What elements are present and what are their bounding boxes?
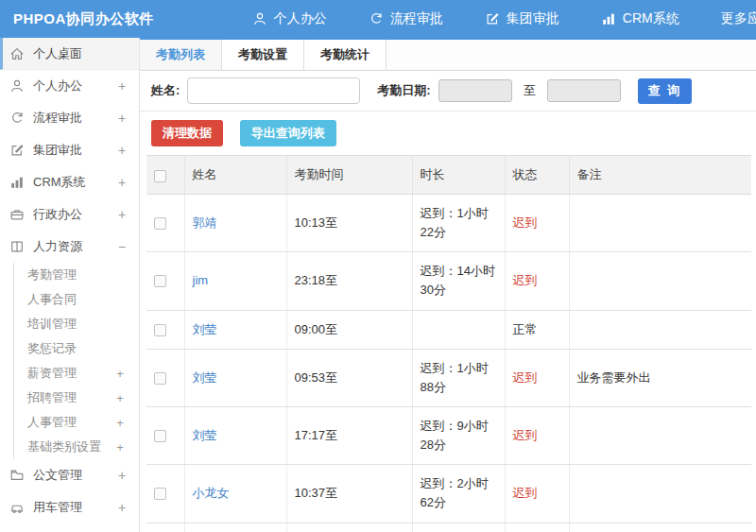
- date-to-input[interactable]: [547, 79, 621, 102]
- attendance-time: 10:13至: [286, 195, 412, 252]
- sidebar-item-admin-office[interactable]: 行政办公+: [0, 198, 139, 231]
- sidebar-item-personal-office[interactable]: 个人办公+: [0, 70, 139, 102]
- car-icon: [9, 500, 25, 515]
- nav-item-workflow-approval[interactable]: 流程审批: [369, 10, 443, 27]
- column-header: 考勤时间: [286, 156, 412, 195]
- duration: 迟到：14小时30分: [412, 252, 505, 310]
- date-from-input[interactable]: [438, 79, 512, 102]
- expand-icon[interactable]: +: [116, 78, 128, 94]
- nav-item-crm-system[interactable]: CRM系统: [601, 10, 679, 27]
- remark: [569, 406, 751, 464]
- row-checkbox[interactable]: [154, 372, 166, 385]
- employee-name-link[interactable]: 刘莹: [193, 370, 217, 385]
- column-header: 备注: [569, 156, 751, 195]
- attendance-time: 17:17至: [286, 406, 412, 464]
- tab-attendance-stats[interactable]: 考勤统计: [304, 40, 387, 70]
- sidebar-subitem-reward-punish[interactable]: 奖惩记录: [14, 336, 139, 361]
- expand-icon[interactable]: +: [116, 500, 128, 515]
- remark: 业务需要外出: [569, 349, 751, 406]
- action-bar: 清理数据 导出查询列表: [140, 112, 756, 155]
- sidebar-item-vehicle-mgmt[interactable]: 用车管理+: [0, 491, 139, 523]
- expand-icon[interactable]: +: [114, 367, 126, 381]
- flow-icon: [9, 111, 25, 126]
- table-row: 郭靖10:13至迟到：1小时22分迟到: [146, 195, 751, 252]
- employee-name-link[interactable]: 刘莹: [193, 322, 217, 336]
- sidebar-item-workflow-approval[interactable]: 流程审批+: [0, 102, 139, 134]
- search-button[interactable]: 查 询: [638, 78, 693, 104]
- expand-icon[interactable]: +: [114, 416, 126, 430]
- sidebar-item-crm-system[interactable]: CRM系统+: [0, 166, 139, 198]
- attendance-time: 23:18至: [286, 252, 412, 310]
- employee-name-link[interactable]: jim: [193, 273, 209, 287]
- export-list-button[interactable]: 导出查询列表: [240, 120, 336, 146]
- duration: [412, 310, 505, 349]
- sidebar-item-group-approval[interactable]: 集团审批+: [0, 134, 139, 166]
- clean-data-button[interactable]: 清理数据: [151, 120, 223, 146]
- select-all-checkbox[interactable]: [154, 170, 166, 182]
- remark: [569, 465, 751, 523]
- tab-attendance-list[interactable]: 考勤列表: [140, 40, 222, 70]
- sidebar-item-personal-desktop[interactable]: 个人桌面: [0, 38, 139, 70]
- expand-icon[interactable]: +: [116, 111, 128, 126]
- tab-bar: 考勤列表考勤设置考勤统计: [140, 38, 756, 71]
- duration-line: 迟到：2小时62分: [421, 474, 497, 512]
- book-icon: [9, 239, 25, 254]
- expand-icon[interactable]: +: [116, 143, 128, 158]
- duration: 迟到：1小时88分: [412, 349, 505, 406]
- sidebar-subitem-salary-mgmt[interactable]: 薪资管理+: [14, 361, 139, 386]
- employee-name-link[interactable]: 小龙女: [193, 486, 230, 500]
- sidebar-item-human-resources[interactable]: 人力资源−: [0, 231, 139, 263]
- sidebar-subitem-label: 培训管理: [27, 316, 126, 333]
- sidebar-item-label: 流程审批: [33, 110, 116, 127]
- sidebar-subitem-base-category[interactable]: 基础类别设置+: [14, 435, 139, 459]
- nav-item-group-approval[interactable]: 集团审批: [485, 10, 559, 27]
- sidebar-subitem-hr-contract[interactable]: 人事合同: [14, 287, 139, 312]
- sidebar-item-label: 个人办公: [33, 77, 116, 94]
- name-filter-label: 姓名:: [151, 82, 180, 99]
- column-header: 时长: [412, 156, 505, 195]
- sidebar-subitem-label: 基础类别设置: [27, 438, 114, 455]
- nav-item-more-apps[interactable]: 更多应用▼: [721, 10, 756, 27]
- sidebar-subitem-training-mgmt[interactable]: 培训管理: [14, 312, 139, 336]
- sidebar-subitem-attendance-mgmt[interactable]: 考勤管理: [14, 263, 139, 287]
- expand-icon[interactable]: +: [114, 391, 126, 405]
- expand-icon[interactable]: +: [116, 175, 128, 190]
- tab-attendance-settings[interactable]: 考勤设置: [222, 40, 304, 70]
- top-nav: 个人办公流程审批集团审批CRM系统更多应用▼: [252, 10, 756, 27]
- nav-item-label: 流程审批: [390, 10, 443, 27]
- sidebar-subitem-personnel-mgmt[interactable]: 人事管理+: [14, 410, 139, 435]
- collapse-icon[interactable]: −: [116, 239, 128, 254]
- edit-icon: [485, 11, 500, 26]
- nav-item-personal-office[interactable]: 个人办公: [252, 10, 327, 27]
- chart-icon: [601, 11, 616, 26]
- employee-name-link[interactable]: 刘莹: [193, 428, 217, 442]
- sidebar-item-label: 公文管理: [33, 467, 116, 484]
- duration: 迟到：9小时28分: [412, 406, 505, 464]
- row-checkbox[interactable]: [154, 217, 166, 230]
- sidebar-subitem-label: 薪资管理: [27, 365, 114, 382]
- sidebar-item-doc-mgmt[interactable]: 公文管理+: [0, 459, 139, 491]
- sidebar-item-label: 个人桌面: [33, 45, 128, 62]
- row-checkbox[interactable]: [154, 275, 166, 287]
- column-header: 姓名: [184, 156, 286, 195]
- remark: 1111: [569, 523, 751, 532]
- row-checkbox[interactable]: [154, 324, 166, 336]
- nav-item-label: 集团审批: [507, 10, 559, 27]
- row-checkbox[interactable]: [154, 430, 166, 442]
- expand-icon[interactable]: +: [116, 207, 128, 222]
- sidebar-subitem-recruit-mgmt[interactable]: 招聘管理+: [14, 386, 139, 410]
- expand-icon[interactable]: +: [116, 468, 128, 483]
- column-header: 状态: [505, 156, 569, 195]
- sidebar-subitem-label: 人事管理: [27, 414, 114, 431]
- remark: [569, 195, 751, 252]
- top-navbar: PHPOA协同办公软件 个人办公流程审批集团审批CRM系统更多应用▼: [0, 0, 756, 38]
- name-filter-input[interactable]: [187, 77, 360, 104]
- remark: [569, 310, 751, 349]
- table-body: 郭靖10:13至迟到：1小时22分迟到jim23:18至迟到：14小时30分迟到…: [146, 195, 751, 532]
- expand-icon[interactable]: +: [114, 440, 126, 455]
- sidebar-subitem-label: 考勤管理: [27, 266, 126, 283]
- table-header-row: 姓名考勤时间时长状态备注: [146, 156, 751, 195]
- employee-name-link[interactable]: 郭靖: [193, 215, 217, 230]
- main-content: 考勤列表考勤设置考勤统计 姓名: 考勤日期: 至 查 询 清理数据 导出查询列表…: [140, 38, 756, 532]
- row-checkbox[interactable]: [154, 488, 166, 500]
